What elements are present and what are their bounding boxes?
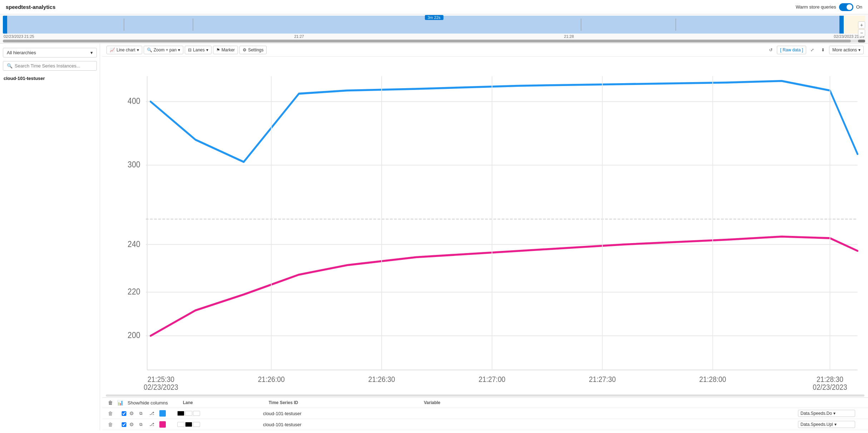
timeline-container: 3m 22s 02/23/2023 21:25 21:27 21:28 02/2… bbox=[0, 14, 868, 44]
lanes-chevron: ▾ bbox=[206, 47, 208, 52]
main-area: All hierarchies ▾ 🔍 cloud-101-testuser 📈… bbox=[0, 44, 868, 430]
row-time-series-id: cloud-101-testuser bbox=[263, 411, 798, 416]
settings-button[interactable]: ⚙ Settings bbox=[239, 46, 267, 54]
variable-column-header: Variable bbox=[424, 400, 440, 405]
zoom-in-button[interactable]: + bbox=[858, 21, 865, 29]
chart-horizontal-scrollbar[interactable] bbox=[106, 394, 864, 397]
timeline-spike bbox=[581, 19, 581, 31]
undo-icon: ↺ bbox=[769, 47, 773, 52]
timeline-handle-right[interactable] bbox=[839, 16, 844, 34]
warm-store-container: Warm store queries On bbox=[796, 3, 862, 11]
hierarchy-dropdown[interactable]: All hierarchies ▾ bbox=[3, 48, 97, 57]
marker-icon: ⚑ bbox=[216, 47, 220, 52]
chart-icon[interactable]: 📊 bbox=[117, 400, 123, 406]
delete-icon[interactable]: 🗑 bbox=[108, 400, 113, 406]
row-time-series-id: cloud-101-testuser bbox=[263, 422, 798, 427]
lanes-icon: ⊟ bbox=[188, 47, 192, 52]
row-copy-icon[interactable]: ⧉ bbox=[139, 422, 149, 427]
timeline-spike bbox=[193, 19, 193, 31]
app-title: speedtest-analytics bbox=[6, 4, 55, 10]
settings-label: Settings bbox=[248, 47, 263, 52]
timeline-scrollbar[interactable] bbox=[3, 40, 865, 42]
zoom-out-button[interactable]: − bbox=[858, 29, 865, 36]
table-row: 🗑 ⚙ ⧉ ⎇ cloud-101-testuser Data.Speeds.D… bbox=[102, 408, 868, 419]
search-input[interactable] bbox=[15, 63, 93, 69]
marker-label: Marker bbox=[222, 47, 235, 52]
raw-data-button[interactable]: [ Raw data ] bbox=[777, 46, 806, 54]
row-hierarchy-icon[interactable]: ⎇ bbox=[149, 411, 159, 416]
timeline-duration-badge: 3m 22s bbox=[425, 15, 443, 20]
svg-text:21:27:00: 21:27:00 bbox=[478, 374, 505, 383]
warm-store-state: On bbox=[856, 4, 862, 10]
chart-toolbar: 📈 Line chart ▾ 🔍 Zoom + pan ▾ ⊟ Lanes ▾ … bbox=[102, 44, 868, 57]
search-icon: 🔍 bbox=[7, 63, 13, 69]
row-variable-label: Data.Speeds.Do bbox=[800, 411, 832, 416]
row-hierarchy-icon[interactable]: ⎇ bbox=[149, 422, 159, 427]
expand-button[interactable]: ⤢ bbox=[808, 46, 817, 54]
download-icon: ⬇ bbox=[821, 47, 825, 52]
lanes-button[interactable]: ⊟ Lanes ▾ bbox=[185, 46, 212, 54]
row-variable-label: Data.Speeds.Upl bbox=[800, 422, 833, 427]
svg-text:240: 240 bbox=[128, 239, 140, 249]
svg-text:21:25:30: 21:25:30 bbox=[148, 374, 174, 383]
row-lane-pills bbox=[177, 411, 263, 416]
timeline-spike bbox=[124, 19, 124, 31]
timeline-label-left: 02/23/2023 21:25 bbox=[4, 34, 34, 39]
row-variable-dropdown[interactable]: Data.Speeds.Do ▾ bbox=[798, 410, 855, 417]
pill-empty bbox=[177, 422, 184, 427]
row-delete-icon[interactable]: 🗑 bbox=[108, 411, 119, 416]
line-chart-label: Line chart bbox=[116, 47, 135, 52]
show-hide-columns-label[interactable]: Show/hide columns bbox=[128, 400, 168, 406]
row-copy-icon[interactable]: ⧉ bbox=[139, 411, 149, 416]
svg-text:21:26:00: 21:26:00 bbox=[258, 374, 285, 383]
download-button[interactable]: ⬇ bbox=[818, 46, 828, 54]
row-checkbox[interactable] bbox=[119, 422, 129, 427]
timeline-spike bbox=[675, 19, 676, 31]
pill-filled bbox=[177, 411, 184, 416]
zoom-pan-button[interactable]: 🔍 Zoom + pan ▾ bbox=[144, 46, 183, 54]
zoom-pan-chevron: ▾ bbox=[178, 47, 180, 52]
undo-button[interactable]: ↺ bbox=[766, 46, 775, 54]
row-variable-dropdown[interactable]: Data.Speeds.Upl ▾ bbox=[798, 421, 855, 428]
svg-text:21:28:30: 21:28:30 bbox=[817, 374, 843, 383]
marker-button[interactable]: ⚑ Marker bbox=[213, 46, 238, 54]
svg-text:02/23/2023: 02/23/2023 bbox=[813, 383, 847, 392]
toggle-knob bbox=[847, 4, 852, 10]
timeline-scroll-right-thumb bbox=[858, 40, 865, 42]
pill-empty bbox=[193, 411, 200, 416]
sidebar-user-item[interactable]: cloud-101-testuser bbox=[3, 74, 97, 82]
more-actions-button[interactable]: More actions ▾ bbox=[829, 46, 864, 54]
row-color-swatch bbox=[159, 421, 166, 428]
pill-empty bbox=[193, 422, 200, 427]
search-box: 🔍 bbox=[3, 61, 97, 71]
timeline-selection bbox=[3, 16, 844, 34]
line-chart-button[interactable]: 📈 Line chart ▾ bbox=[106, 46, 142, 54]
top-bar: speedtest-analytics Warm store queries O… bbox=[0, 0, 868, 14]
svg-text:200: 200 bbox=[128, 330, 140, 340]
row-settings-icon[interactable]: ⚙ bbox=[129, 411, 139, 416]
settings-icon: ⚙ bbox=[243, 47, 247, 52]
timeline-labels: 02/23/2023 21:25 21:27 21:28 02/23/2023 … bbox=[3, 34, 865, 39]
row-checkbox[interactable] bbox=[119, 411, 129, 416]
zoom-pan-label: Zoom + pan bbox=[154, 47, 177, 52]
variable-chevron: ▾ bbox=[833, 411, 835, 416]
sidebar: All hierarchies ▾ 🔍 cloud-101-testuser bbox=[0, 44, 100, 430]
chart-svg: 400 300 240 220 200 bbox=[106, 60, 864, 394]
line-chart-icon: 📈 bbox=[110, 47, 115, 52]
chart-area: 📈 Line chart ▾ 🔍 Zoom + pan ▾ ⊟ Lanes ▾ … bbox=[102, 44, 868, 430]
svg-text:21:26:30: 21:26:30 bbox=[368, 374, 395, 383]
variable-chevron: ▾ bbox=[834, 422, 837, 427]
warm-store-toggle[interactable] bbox=[839, 3, 853, 11]
pill-empty bbox=[185, 411, 192, 416]
timeline-zoom-buttons: + − bbox=[858, 21, 865, 36]
zoom-pan-icon: 🔍 bbox=[147, 47, 152, 52]
line-chart-chevron: ▾ bbox=[137, 47, 139, 52]
svg-text:400: 400 bbox=[128, 96, 140, 106]
svg-text:21:27:30: 21:27:30 bbox=[589, 374, 616, 383]
timeline-handle-left[interactable] bbox=[3, 16, 7, 34]
row-settings-icon[interactable]: ⚙ bbox=[129, 422, 139, 427]
table-row: 🗑 ⚙ ⧉ ⎇ cloud-101-testuser Data.Speeds.U… bbox=[102, 419, 868, 430]
timeline-scroll-thumb bbox=[3, 40, 851, 42]
warm-store-label: Warm store queries bbox=[796, 4, 836, 10]
row-delete-icon[interactable]: 🗑 bbox=[108, 422, 119, 427]
